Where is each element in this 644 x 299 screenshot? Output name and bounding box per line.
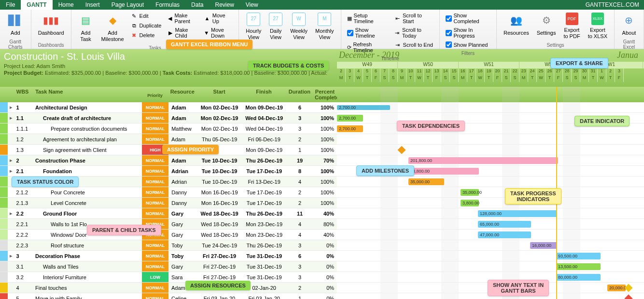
table-row[interactable]: 2.1.3 Level Concrete NORMAL Danny Mon 16… bbox=[0, 198, 337, 208]
table-row[interactable]: ▸ 3 Decoration Phase NORMAL Toby Fri 27-… bbox=[0, 251, 337, 261]
menu-formulas[interactable]: Formulas bbox=[150, 0, 185, 10]
scroll-end-button[interactable]: ⇥Scroll to End bbox=[392, 41, 435, 49]
expand-toggle[interactable]: ▸ bbox=[8, 115, 14, 121]
gantt-bar[interactable]: 201,800.00 bbox=[408, 157, 558, 164]
finish-cell: Thu 26-Dec-19 bbox=[242, 243, 287, 248]
make-parent-button[interactable]: ◀Make Parent bbox=[165, 12, 200, 25]
gantt-bar[interactable]: 13,500.00 bbox=[556, 263, 601, 270]
expand-toggle[interactable]: ▸ bbox=[8, 157, 14, 163]
menu-file[interactable]: File bbox=[0, 0, 21, 10]
table-row[interactable]: 3.1 Walls and Tiles NORMAL Gary Fri 27-D… bbox=[0, 261, 337, 272]
planned-checkbox[interactable] bbox=[446, 41, 452, 48]
resource-cell: Adrian bbox=[168, 179, 197, 185]
gantt-bar[interactable]: 47,000.00 bbox=[478, 231, 531, 238]
gantt-bar[interactable]: 2,700.00 bbox=[337, 115, 363, 122]
show-timeline-checkbox[interactable] bbox=[347, 30, 353, 36]
task-name-cell: Architectural Design bbox=[33, 105, 142, 110]
gantt-bar[interactable]: 73,800.00 bbox=[408, 168, 479, 175]
show-planned-check[interactable]: Show Planned bbox=[444, 41, 493, 49]
start-cell: Thu 05-Dec-19 bbox=[197, 136, 242, 142]
delete-button[interactable]: ✖Delete bbox=[129, 31, 164, 40]
hourly-icon: 27 bbox=[247, 13, 260, 26]
gantt-row: 35,000.00 bbox=[337, 177, 644, 187]
resource-cell: Matthew bbox=[168, 126, 197, 132]
about-button[interactable]: ⊕About bbox=[617, 11, 641, 38]
expand-toggle[interactable]: ▸ bbox=[8, 168, 14, 174]
finish-cell: Tue 17-Dec-19 bbox=[242, 190, 287, 195]
weekly-view-button[interactable]: WWeekly View bbox=[286, 11, 311, 42]
table-row[interactable]: 2.2.2 Windows/ Door NORMAL Gary Wed 18-D… bbox=[0, 230, 337, 240]
table-row[interactable]: 1.2 Agreement to architectural plan NORM… bbox=[0, 134, 337, 145]
milestone-marker[interactable] bbox=[398, 146, 406, 154]
duplicate-button[interactable]: ⧉Duplicate bbox=[129, 21, 164, 30]
menu-view[interactable]: View bbox=[240, 0, 264, 10]
scroll-start-button[interactable]: ⇤Scroll to Start bbox=[392, 12, 435, 25]
table-row[interactable]: ▸ 2 Construction Phase NORMAL Adam Tue 1… bbox=[0, 155, 337, 166]
indent-icon: ▶ bbox=[167, 29, 173, 36]
export-pdf-button[interactable]: PDFExport to PDF bbox=[560, 11, 584, 41]
gantt-bar[interactable]: 20,000.00 bbox=[607, 285, 626, 291]
start-cell: Fri 27-Dec-19 bbox=[197, 264, 242, 270]
show-progress-check[interactable]: Show In Progress bbox=[444, 26, 493, 40]
expand-toggle[interactable]: ▸ bbox=[8, 253, 14, 259]
task-name-cell: Sign agreement with Client bbox=[33, 147, 142, 153]
gantt-bar[interactable]: 93,500.00 bbox=[556, 253, 601, 259]
move-down-button[interactable]: ▼Move Down bbox=[202, 26, 235, 40]
gantt-bar[interactable]: 16,000.00 bbox=[530, 242, 557, 249]
menu-insert[interactable]: Insert bbox=[80, 0, 106, 10]
add-chart-button[interactable]: ▊▋ Add bbox=[3, 11, 28, 38]
progress-checkbox[interactable] bbox=[446, 30, 452, 36]
gantt-bar[interactable]: 3,800.00 bbox=[461, 200, 479, 206]
gantt-row: 16,000.00 bbox=[337, 240, 644, 251]
add-task-button[interactable]: ▤ Add Task bbox=[74, 11, 98, 44]
table-row[interactable]: 2.2.3 Roof structure NORMAL Toby Tue 24-… bbox=[0, 240, 337, 251]
menu-gantt[interactable]: GANTT bbox=[21, 0, 52, 10]
menu-data[interactable]: Data bbox=[185, 0, 209, 10]
table-row[interactable]: ▸ 2.1 Foundation NORMAL Adrian Tue 10-De… bbox=[0, 166, 337, 177]
wbs-cell: 1.2 bbox=[14, 136, 33, 142]
export-xlsx-button[interactable]: XLSXExport to XLSX bbox=[584, 11, 611, 41]
show-completed-check[interactable]: Show Completed bbox=[444, 12, 493, 25]
table-row[interactable]: ▸ 2.2 Ground Floor NORMAL Gary Wed 18-De… bbox=[0, 208, 337, 219]
table-row[interactable]: ▸ 1.1 Create draft of architecture NORMA… bbox=[0, 113, 337, 123]
gantt-bar[interactable]: 35,000.00 bbox=[461, 189, 479, 196]
dashboard-button[interactable]: ▮▮▮ Dashboard bbox=[34, 11, 68, 38]
move-up-button[interactable]: ▲Move Up bbox=[202, 12, 235, 25]
menu-page-layout[interactable]: Page Layout bbox=[106, 0, 150, 10]
hourly-view-button[interactable]: 27Hourly View bbox=[242, 11, 265, 42]
gantt-bar[interactable]: 35,000.00 bbox=[408, 178, 444, 185]
table-row[interactable]: 2.1.2 Pour Concrete NORMAL Danny Mon 16-… bbox=[0, 187, 337, 198]
finish-cell: Thu 26-Dec-19 bbox=[242, 158, 287, 163]
expand-toggle[interactable]: ▸ bbox=[8, 210, 14, 217]
completed-checkbox[interactable] bbox=[446, 15, 452, 22]
table-row[interactable]: 3.2 Interiors/ Furniture LOW Sara Fri 27… bbox=[0, 272, 337, 283]
start-cell: Mon 16-Dec-19 bbox=[197, 200, 242, 206]
gantt-bar[interactable]: 80,000.00 bbox=[556, 274, 601, 281]
gantt-row: 93,500.00 bbox=[337, 251, 644, 261]
gantt-bar[interactable]: 128,000.00 bbox=[478, 210, 557, 217]
gantt-bar[interactable]: 2,700.00 bbox=[337, 125, 363, 132]
table-row[interactable]: 2.2.1 Walls to 1st Flo NORMAL Gary Wed 1… bbox=[0, 219, 337, 230]
expand-toggle[interactable]: ▸ bbox=[8, 104, 14, 110]
make-child-button[interactable]: ▶Make Child bbox=[165, 26, 200, 40]
daily-view-button[interactable]: 27Daily View bbox=[265, 11, 286, 42]
gantt-bar[interactable]: 2,700.00 bbox=[337, 105, 390, 110]
milestone-marker[interactable] bbox=[625, 295, 633, 299]
table-row[interactable]: 4 Final touches NORMAL Adam 02-Jan-20 2 … bbox=[0, 283, 337, 293]
resources-button[interactable]: 👥Resources bbox=[500, 11, 533, 41]
settings-button[interactable]: ⚙Settings bbox=[533, 11, 560, 41]
refresh-timeline-button[interactable]: ⟳Refresh Timeline bbox=[345, 41, 391, 54]
menu-review[interactable]: Review bbox=[209, 0, 239, 10]
setup-timeline-button[interactable]: ▦Setup Timeline bbox=[345, 12, 391, 25]
show-timeline-check[interactable]: Show Timeline bbox=[345, 26, 391, 40]
edit-button[interactable]: ✎Edit bbox=[129, 12, 164, 20]
monthly-view-button[interactable]: MMonthly View bbox=[311, 11, 338, 42]
scroll-today-button[interactable]: ⇥Scroll to Today bbox=[392, 26, 435, 40]
menu-home[interactable]: Home bbox=[53, 0, 80, 10]
table-row[interactable]: 1.1.1 Prepare construction documents NOR… bbox=[0, 123, 337, 134]
finish-cell: Tue 31-Dec-19 bbox=[242, 253, 287, 259]
add-milestone-button[interactable]: ◆ Add Milestone bbox=[98, 11, 128, 44]
gantt-bar[interactable]: 65,000.00 bbox=[478, 221, 531, 228]
table-row[interactable]: 5 Move in with Family NORMAL Celine Fri … bbox=[0, 293, 337, 299]
table-row[interactable]: ▸ 1 Architectural Design NORMAL Adam Mon… bbox=[0, 102, 337, 113]
